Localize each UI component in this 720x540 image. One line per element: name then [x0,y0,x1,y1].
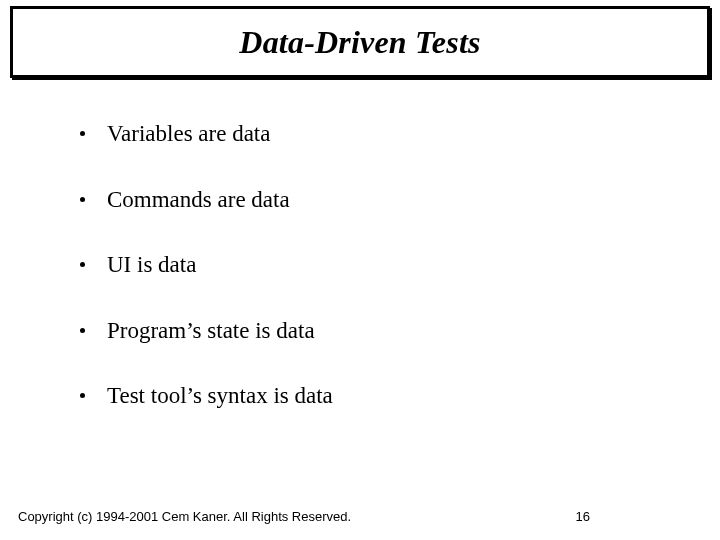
page-number: 16 [576,509,590,524]
bullet-icon [80,328,85,333]
bullet-icon [80,131,85,136]
bullet-icon [80,393,85,398]
slide: Data-Driven Tests Variables are data Com… [0,0,720,540]
copyright-text: Copyright (c) 1994-2001 Cem Kaner. All R… [18,509,351,524]
slide-title: Data-Driven Tests [239,24,480,61]
list-item: Test tool’s syntax is data [80,382,660,410]
title-container: Data-Driven Tests [10,6,710,78]
list-item: Program’s state is data [80,317,660,345]
bullet-icon [80,262,85,267]
list-item: UI is data [80,251,660,279]
bullet-text: UI is data [107,251,196,279]
list-item: Commands are data [80,186,660,214]
bullet-icon [80,197,85,202]
bullet-text: Variables are data [107,120,270,148]
bullet-text: Test tool’s syntax is data [107,382,333,410]
footer: Copyright (c) 1994-2001 Cem Kaner. All R… [18,509,702,524]
bullet-text: Program’s state is data [107,317,315,345]
bullet-text: Commands are data [107,186,290,214]
list-item: Variables are data [80,120,660,148]
bullet-list: Variables are data Commands are data UI … [80,120,660,448]
